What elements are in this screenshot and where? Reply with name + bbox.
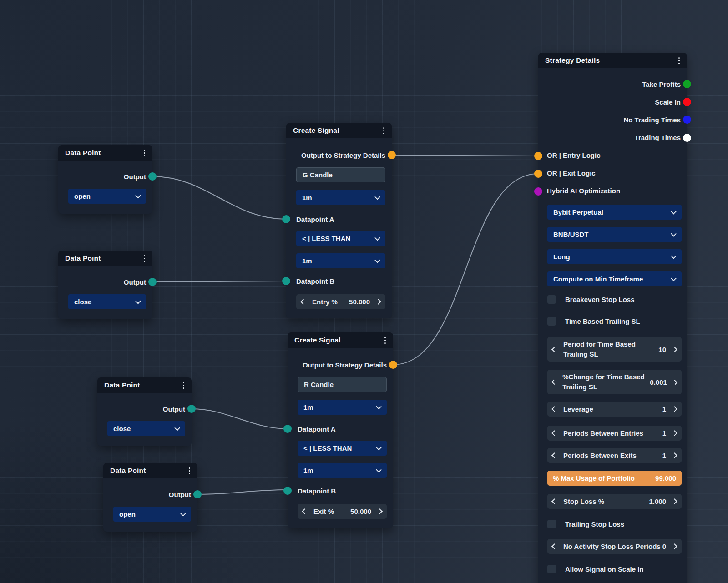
timeframe-a-dropdown[interactable]: 1m xyxy=(296,190,385,205)
periods-between-exits-stepper[interactable]: Periods Between Exits 1 xyxy=(547,448,682,463)
chevron-left-icon[interactable] xyxy=(551,430,557,436)
data-point-node-3: Data Point Output close xyxy=(97,377,192,446)
signal-name-input[interactable]: G Candle xyxy=(296,167,385,182)
stop-loss-percent-stepper[interactable]: Stop Loss % 1.000 xyxy=(547,494,682,509)
chevron-right-icon[interactable] xyxy=(375,299,381,305)
entry-logic-input-port[interactable] xyxy=(534,152,542,160)
exchange-dropdown[interactable]: Bybit Perpetual xyxy=(547,205,682,220)
datapoint-a-input-port[interactable] xyxy=(282,215,290,223)
chevron-right-icon[interactable] xyxy=(672,347,677,352)
kebab-menu-icon[interactable] xyxy=(188,466,191,476)
scale-in-port[interactable] xyxy=(683,98,691,106)
output-port[interactable] xyxy=(148,172,157,181)
output-port[interactable] xyxy=(388,151,396,159)
node-title: Data Point xyxy=(65,149,101,157)
kebab-menu-icon[interactable] xyxy=(382,126,385,136)
dropdown-value: 1m xyxy=(302,257,312,265)
output-row: Output xyxy=(97,403,192,414)
datapoint-b-input-port[interactable] xyxy=(283,487,292,495)
time-based-trailing-sl-checkbox[interactable] xyxy=(547,317,556,326)
input-row-entry-logic: OR | Entry Logic xyxy=(538,146,687,164)
chevron-left-icon[interactable] xyxy=(551,543,557,549)
pair-dropdown[interactable]: BNB/USDT xyxy=(547,227,682,242)
field-dropdown[interactable]: open xyxy=(113,507,191,522)
entry-percent-stepper[interactable]: Entry % 50.000 xyxy=(296,294,385,309)
timeframe-b-dropdown[interactable]: 1m xyxy=(296,253,385,268)
timeframe-b-dropdown[interactable]: 1m xyxy=(298,463,387,478)
dropdown-value: < | LESS THAN xyxy=(303,444,352,452)
trading-times-port[interactable] xyxy=(683,134,691,142)
comparator-dropdown[interactable]: < | LESS THAN xyxy=(296,231,385,246)
kebab-menu-icon[interactable] xyxy=(182,380,185,390)
chevron-down-icon xyxy=(174,425,180,431)
trailing-stop-loss-checkbox[interactable] xyxy=(547,520,556,528)
signal-name-input[interactable]: R Candle xyxy=(298,377,387,392)
breakeven-stop-loss-row: Breakeven Stop Loss xyxy=(538,294,687,305)
field-dropdown[interactable]: close xyxy=(68,294,146,309)
chevron-left-icon[interactable] xyxy=(551,498,557,504)
leverage-stepper[interactable]: Leverage 1 xyxy=(547,402,682,417)
datapoint-a-row: Datapoint A xyxy=(288,423,393,434)
output-row-no-trading-times: No Trading Times xyxy=(538,111,687,129)
kebab-menu-icon[interactable] xyxy=(384,335,387,345)
data-point-node-2: Data Point Output close xyxy=(58,251,152,319)
compute-timeframe-dropdown[interactable]: Compute on Min Timeframe xyxy=(547,271,682,286)
node-editor-canvas[interactable]: Data Point Output open Data Point Output… xyxy=(0,0,728,583)
chevron-right-icon[interactable] xyxy=(672,406,677,412)
signal-name-value: G Candle xyxy=(303,171,333,179)
chevron-right-icon[interactable] xyxy=(672,430,677,436)
no-trading-times-port[interactable] xyxy=(683,116,691,124)
timeframe-a-dropdown[interactable]: 1m xyxy=(298,400,387,415)
datapoint-b-input-port[interactable] xyxy=(282,277,290,285)
node-header: Data Point xyxy=(58,251,152,266)
node-title: Data Point xyxy=(65,254,101,262)
direction-dropdown[interactable]: Long xyxy=(547,249,682,264)
kebab-menu-icon[interactable] xyxy=(143,253,146,263)
chevron-down-icon xyxy=(374,235,380,241)
comparator-dropdown[interactable]: < | LESS THAN xyxy=(298,441,387,456)
chevron-left-icon[interactable] xyxy=(551,347,557,352)
chevron-down-icon xyxy=(671,231,677,237)
output-label: Output xyxy=(124,173,146,181)
output-port[interactable] xyxy=(148,278,157,286)
output-row-take-profits: Take Profits xyxy=(538,75,687,93)
output-port[interactable] xyxy=(389,361,397,369)
chevron-right-icon[interactable] xyxy=(377,508,383,514)
kebab-menu-icon[interactable] xyxy=(143,148,146,158)
exit-percent-stepper[interactable]: Exit % 50.000 xyxy=(298,504,387,519)
datapoint-a-input-port[interactable] xyxy=(283,425,292,433)
allow-signal-on-scale-in-checkbox[interactable] xyxy=(547,565,556,573)
hybrid-ai-input-port[interactable] xyxy=(534,187,542,196)
chevron-left-icon[interactable] xyxy=(551,452,557,458)
chevron-down-icon xyxy=(135,193,141,199)
field-dropdown[interactable]: close xyxy=(107,421,185,436)
kebab-menu-icon[interactable] xyxy=(677,55,681,65)
chevron-left-icon[interactable] xyxy=(551,406,557,412)
chevron-left-icon[interactable] xyxy=(551,379,556,384)
output-row-scale-in: Scale In xyxy=(538,93,687,111)
no-activity-stop-loss-periods-stepper[interactable]: No Activity Stop Loss Periods 0 xyxy=(547,539,682,554)
breakeven-stop-loss-checkbox[interactable] xyxy=(547,295,556,304)
max-usage-portfolio-field[interactable]: % Max Usage of Portfolio 99.000 xyxy=(547,471,682,486)
input-row-exit-logic: OR | Exit Logic xyxy=(538,164,687,182)
take-profits-port[interactable] xyxy=(683,80,691,88)
chevron-right-icon[interactable] xyxy=(672,379,677,384)
periods-between-entries-stepper[interactable]: Periods Between Entries 1 xyxy=(547,426,682,441)
node-title: Data Point xyxy=(104,381,140,389)
pct-change-time-based-trailing-sl-stepper[interactable]: %Change for Time Based Trailing SL 0.001 xyxy=(547,370,682,394)
output-port[interactable] xyxy=(193,490,202,498)
exit-logic-input-port[interactable] xyxy=(534,170,542,178)
output-port[interactable] xyxy=(187,405,196,413)
chevron-right-icon[interactable] xyxy=(672,452,677,458)
chevron-down-icon xyxy=(376,445,382,451)
period-time-based-trailing-sl-stepper[interactable]: Period for Time Based Trailing SL 10 xyxy=(547,337,682,362)
node-title: Data Point xyxy=(110,467,146,475)
chevron-left-icon[interactable] xyxy=(302,508,308,514)
chevron-right-icon[interactable] xyxy=(672,543,677,549)
node-title: Create Signal xyxy=(293,126,339,135)
chevron-left-icon[interactable] xyxy=(300,299,306,305)
field-dropdown[interactable]: open xyxy=(68,189,146,204)
output-label: Output xyxy=(169,491,191,498)
chevron-right-icon[interactable] xyxy=(672,498,677,504)
datapoint-b-label: Datapoint B xyxy=(296,277,334,285)
